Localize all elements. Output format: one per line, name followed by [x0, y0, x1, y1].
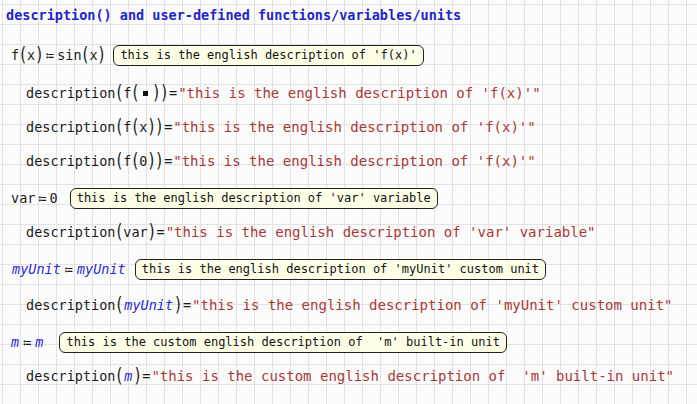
close-paren: )	[160, 81, 168, 104]
math-token: var	[11, 190, 35, 206]
close-paren: )	[155, 149, 163, 172]
math-expression: m≔m	[10, 334, 44, 350]
close-paren: )	[148, 220, 156, 243]
math-expression: description(f(0))="this is the english d…	[26, 152, 536, 170]
math-token: description	[26, 119, 115, 135]
description-box[interactable]: this is the custom english description o…	[59, 332, 506, 353]
number-token: 0	[50, 190, 58, 206]
equals-sign: =	[163, 153, 173, 169]
equals-sign: =	[156, 224, 166, 240]
description-of-f-x[interactable]: description(f(x))="this is the english d…	[26, 115, 536, 139]
close-paren: )	[147, 149, 155, 172]
unit-token: m	[34, 334, 44, 350]
math-expression: f(x)≔sin(x)	[11, 46, 105, 64]
equals-sign: =	[163, 119, 173, 135]
description-box[interactable]: this is the english description of 'f(x)…	[113, 45, 423, 66]
math-expression: var≔0	[11, 190, 58, 206]
math-token: f	[123, 153, 131, 169]
equals-sign: =	[168, 85, 178, 101]
math-token: description	[26, 368, 115, 384]
unit-token: m	[123, 368, 133, 384]
worksheet-title-text[interactable]: description() and user-defined functions…	[6, 7, 461, 23]
string-result: "this is the english description of 'f(x…	[173, 153, 535, 169]
close-paren: )	[147, 115, 155, 138]
close-paren: )	[155, 115, 163, 138]
unit-token: m	[10, 334, 20, 350]
math-expression: description(var)="this is the english de…	[26, 223, 596, 241]
open-paren: (	[19, 43, 27, 66]
close-paren: )	[174, 293, 182, 316]
string-result: "this is the custom english description …	[151, 368, 674, 384]
assign-operator: ≔	[43, 47, 57, 63]
description-box[interactable]: this is the english description of 'myUn…	[135, 259, 546, 280]
description-of-var[interactable]: description(var)="this is the english de…	[26, 220, 596, 244]
string-result: "this is the english description of 'var…	[166, 224, 596, 240]
assign-operator: ≔	[20, 334, 34, 350]
math-token: x	[27, 47, 35, 63]
math-token: x	[89, 47, 97, 63]
description-of-f-0[interactable]: description(f(0))="this is the english d…	[26, 149, 536, 173]
close-paren: )	[98, 43, 106, 66]
string-result: "this is the english description of 'myU…	[192, 297, 672, 313]
placeholder-box	[143, 91, 148, 96]
close-paren: )	[35, 43, 43, 66]
math-token: var	[123, 224, 147, 240]
f-function-definition[interactable]: f(x)≔sin(x)this is the english descripti…	[11, 43, 424, 67]
m-unit-definition[interactable]: m≔mthis is the custom english descriptio…	[10, 330, 507, 354]
description-box[interactable]: this is the english description of 'var'…	[70, 188, 438, 209]
math-token: x	[139, 119, 147, 135]
number-token: 0	[139, 153, 147, 169]
open-paren: (	[115, 81, 123, 104]
open-paren: (	[131, 149, 139, 172]
math-token: description	[26, 153, 115, 169]
string-result: "this is the english description of 'f(x…	[178, 85, 540, 101]
open-paren: (	[115, 115, 123, 138]
open-paren: (	[131, 115, 139, 138]
open-paren: (	[115, 364, 123, 387]
equals-sign: =	[182, 297, 192, 313]
open-paren: (	[131, 81, 139, 104]
unit-token: myUnit	[123, 297, 174, 313]
math-expression: description(f(x))="this is the english d…	[26, 118, 536, 136]
open-paren: (	[82, 43, 90, 66]
var-definition[interactable]: var≔0this is the english description of …	[11, 186, 438, 210]
math-token: sin	[57, 47, 81, 63]
math-token: description	[26, 85, 115, 101]
unit-token: myUnit	[11, 261, 62, 277]
close-paren: )	[133, 364, 141, 387]
description-of-m[interactable]: description(m)="this is the custom engli…	[26, 364, 674, 388]
string-result: "this is the english description of 'f(x…	[173, 119, 535, 135]
math-expression: description(myUnit)="this is the english…	[26, 296, 672, 314]
math-expression: description(m)="this is the custom engli…	[26, 367, 674, 385]
math-token: description	[26, 297, 115, 313]
description-of-f-placeholder[interactable]: description(f())="this is the english de…	[26, 81, 541, 105]
myunit-definition[interactable]: myUnit≔myUnitthis is the english descrip…	[11, 257, 546, 281]
equals-sign: =	[141, 368, 151, 384]
math-token: f	[123, 119, 131, 135]
open-paren: (	[115, 293, 123, 316]
assign-operator: ≔	[62, 261, 76, 277]
math-token: f	[123, 85, 131, 101]
math-token: description	[26, 224, 115, 240]
math-token: f	[11, 47, 19, 63]
unit-token: myUnit	[76, 261, 127, 277]
math-expression: description(f())="this is the english de…	[26, 84, 541, 102]
open-paren: (	[115, 220, 123, 243]
close-paren: )	[152, 81, 160, 104]
worksheet-canvas[interactable]: description() and user-defined functions…	[0, 0, 697, 404]
description-of-myunit[interactable]: description(myUnit)="this is the english…	[26, 293, 672, 317]
math-expression: myUnit≔myUnit	[11, 261, 127, 277]
assign-operator: ≔	[35, 190, 49, 206]
open-paren: (	[115, 149, 123, 172]
